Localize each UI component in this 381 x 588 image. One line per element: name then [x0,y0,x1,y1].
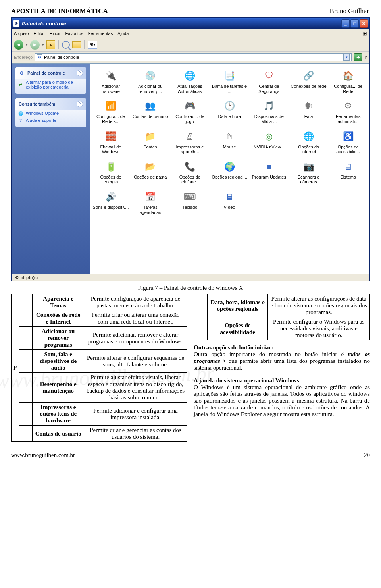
cp-item-icon: 🔊 [104,190,117,204]
windows-logo-icon: ⊞ [362,30,367,37]
cp-item[interactable]: 🌍Opções regionai... [210,158,248,188]
cp-item[interactable]: 🏠Configura... de Rede [329,67,367,97]
sidebar-panel-title: Painel de controle [27,71,65,75]
cp-item-label: Firewall do Windows [92,145,129,154]
back-dropdown-icon[interactable]: ▾ [26,43,28,47]
cp-item-label: Opções de acessibilid... [330,145,366,154]
cp-item[interactable]: 🖱Mouse [210,128,248,158]
folders-icon[interactable] [72,41,81,48]
desc-cell: Permite configurar o Windows para as nec… [268,317,370,340]
cp-item[interactable]: ■Program Updates [250,158,288,188]
outras-opcoes-paragraph: Outras opções do botão iniciar: Outra op… [194,344,370,371]
cp-item[interactable]: 🔌Adicionar hardware [92,67,130,97]
cp-item[interactable]: ◎NVIDIA nView... [250,128,288,158]
cp-item[interactable]: 📑Barra de tarefas e ... [210,67,248,97]
cp-item[interactable]: 📁Fontes [131,128,169,158]
cp-item[interactable]: 💿Adicionar ou remover p... [131,67,169,97]
address-field[interactable]: ⚙ Painel de controle ▾ [35,53,352,61]
menu-exibir[interactable]: Exibir [50,31,61,36]
cp-item[interactable]: 🎮Controlad... de jogo [171,98,209,127]
cp-item-icon: 🖨 [183,130,196,143]
cp-item-label: Adicionar ou remover p... [132,84,169,94]
table-row: Impressoras e outros itens de hardwarePe… [12,403,187,426]
cp-item[interactable]: ⌨Teclado [171,189,209,218]
cp-item[interactable]: 📅Tarefas agendadas [131,189,169,218]
forward-dropdown-icon[interactable]: ▾ [42,43,44,47]
cp-item[interactable]: 🎵Dispositivos de Mídia ... [250,98,288,127]
status-bar: 32 objeto(s) [12,274,369,281]
cp-item[interactable]: 🔗Conexões de rede [290,67,328,97]
close-button[interactable]: ✕ [360,19,368,28]
cp-item-icon: 🎵 [262,99,276,113]
control-panel-window: ⚙ Painel de controle _ □ ✕ Arquivo Edita… [11,17,370,281]
cp-item-label: Contas de usuário [133,114,168,119]
icon-cell [19,350,33,373]
search-icon[interactable] [62,41,70,49]
cp-item-icon: 🔗 [302,69,316,83]
menu-favoritos[interactable]: Favoritos [65,31,83,36]
sidebar-switch-view-link[interactable]: ⇄ Alternar para o modo de exibição por c… [15,79,86,91]
menu-editar[interactable]: Editar [33,31,45,36]
maximize-button[interactable]: □ [350,19,359,28]
cp-item[interactable]: 🌐Atualizações Automáticas [171,67,209,97]
sidebar-help-link[interactable]: ? Ajuda e suporte [15,117,86,124]
desc-cell: Permite adicionar e configurar uma impre… [84,403,187,426]
cp-item[interactable]: 📞Opções de telefone... [171,158,209,188]
collapse-button[interactable]: ⌃ [77,101,83,107]
icon-cell [19,294,33,310]
cp-item-label: Data e hora [218,114,241,119]
cp-item[interactable]: 📷Scanners e câmeras [290,158,328,188]
status-text: 32 objeto(s) [15,275,38,280]
menu-arquivo[interactable]: Arquivo [14,31,29,36]
sidebar-link-label: Alternar para o modo de exibição por cat… [26,80,83,89]
cp-item-label: Central de Segurança [251,84,287,94]
cp-item[interactable]: 🌐Opções da Internet [290,128,328,158]
gear-icon: ⚙ [19,70,25,76]
go-label: Ir [364,55,367,60]
help-icon: ? [18,118,23,123]
cp-item-icon: 📂 [144,160,157,174]
cp-item[interactable]: 🖥Vídeo [210,189,248,218]
tasks-sidebar: ⚙ Painel de controle ⌃ ⇄ Alternar para o… [12,64,90,274]
collapse-button[interactable]: ⌃ [77,70,83,76]
menu-ferramentas[interactable]: Ferramentas [88,31,113,36]
sidebar-windows-update-link[interactable]: 🌐 Windows Update [15,110,86,117]
cp-item[interactable]: 🗣Fala [290,98,328,127]
cp-item[interactable]: 🕑Data e hora [210,98,248,127]
cp-item-label: Fontes [144,145,157,150]
cp-item[interactable]: 🖥Sistema [329,158,367,188]
address-dropdown-icon[interactable]: ▾ [343,54,350,61]
cp-item[interactable]: 🖨Impressoras e aparelh... [171,128,209,158]
desc-cell: Permite ajustar efeitos visuais, liberar… [84,373,187,403]
figure-caption: Figura 7 – Painel de controle do windows… [11,285,370,291]
go-button[interactable]: ➜ [354,53,362,61]
cp-item[interactable]: ⚙Ferramentas administr... [329,98,367,127]
cp-item[interactable]: 🔊Sons e dispositiv... [92,189,130,218]
cp-item-icon: 🔋 [104,160,117,174]
up-button[interactable]: ▲ [46,40,55,49]
cp-item[interactable]: 🛡Central de Segurança [250,67,288,97]
cp-item-label: Program Updates [252,175,286,180]
back-button[interactable]: ◄ [14,40,23,50]
icon-cell [19,403,33,426]
views-button[interactable]: ⊞▾ [88,41,97,49]
cp-item-icon: 📞 [183,160,196,174]
forward-button[interactable]: ► [30,40,40,50]
menu-ajuda[interactable]: Ajuda [117,31,129,36]
cp-item[interactable]: 🧱Firewall do Windows [92,128,130,158]
desc-cell: Permite adicionar, remover e alterar pro… [84,327,187,350]
name-cell: Data, hora, idiomas e opções regionais [208,294,268,317]
cp-item[interactable]: 📶Configura... de Rede s... [92,98,130,127]
table-row: Som, fala e dispositivos de áudioPermite… [12,350,187,373]
cp-item[interactable]: 📂Opções de pasta [131,158,169,188]
address-icon: ⚙ [37,54,42,60]
cp-item-icon: 📷 [302,160,316,174]
cp-item-icon: 🖥 [341,160,355,174]
minimize-button[interactable]: _ [341,19,350,28]
cp-item-label: Sistema [340,175,356,180]
cp-item[interactable]: 👥Contas de usuário [131,98,169,127]
cp-item[interactable]: ♿Opções de acessibilid... [329,128,367,158]
cp-item[interactable]: 🔋Opções de energia [92,158,130,188]
cp-item-label: Vídeo [224,205,235,210]
table-row: Opções de acessibilidadePermite configur… [194,317,370,340]
